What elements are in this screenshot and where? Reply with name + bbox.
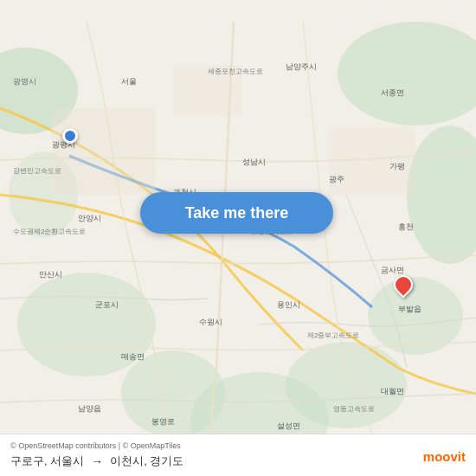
- take-me-there-button[interactable]: Take me there: [140, 192, 333, 234]
- arrow-icon: →: [91, 454, 103, 468]
- svg-text:서울: 서울: [121, 77, 137, 86]
- origin-label: 구로구, 서울시: [10, 453, 84, 469]
- svg-text:수도권제2순환고속도로: 수도권제2순환고속도로: [13, 228, 86, 235]
- origin-marker: [62, 128, 78, 144]
- svg-text:대월면: 대월면: [381, 387, 404, 396]
- svg-text:금사면: 금사면: [381, 266, 404, 274]
- svg-text:강변민고속도로: 강변민고속도로: [13, 167, 61, 175]
- moovit-logo: moovit: [423, 449, 466, 464]
- svg-point-5: [17, 273, 156, 376]
- svg-text:수원시: 수원시: [199, 318, 222, 326]
- svg-text:안산시: 안산시: [39, 270, 62, 279]
- svg-text:용인시: 용인시: [277, 300, 300, 309]
- destination-label: 이천시, 경기도: [110, 453, 183, 469]
- route-info: 구로구, 서울시 → 이천시, 경기도: [10, 453, 466, 469]
- svg-text:광명시: 광명시: [13, 77, 36, 86]
- svg-text:남양읍: 남양읍: [78, 404, 101, 413]
- svg-text:설성면: 설성면: [277, 421, 300, 430]
- svg-rect-10: [52, 108, 156, 195]
- moovit-brand-name: moovit: [423, 449, 466, 464]
- svg-text:군포시: 군포시: [95, 300, 119, 309]
- svg-text:제2중부고속도로: 제2중부고속도로: [307, 331, 359, 339]
- svg-text:가평: 가평: [389, 162, 405, 170]
- svg-text:안양시: 안양시: [78, 214, 101, 222]
- svg-text:서종면: 서종면: [381, 88, 404, 97]
- svg-text:광주: 광주: [329, 175, 344, 183]
- destination-marker: [394, 275, 413, 299]
- svg-text:홍천: 홍천: [398, 222, 414, 231]
- svg-text:부발읍: 부발읍: [398, 305, 421, 313]
- svg-rect-12: [329, 125, 415, 195]
- bottom-bar: © OpenStreetMap contributors | © OpenMap…: [0, 434, 476, 476]
- svg-text:영동고속도로: 영동고속도로: [333, 405, 375, 413]
- map-attribution: © OpenStreetMap contributors | © OpenMap…: [10, 441, 466, 450]
- svg-text:성남시: 성남시: [242, 158, 266, 166]
- map-container: 광명시 서울 남양주시 서종면 가평 홍천 부발읍 대월면 설성면 광평시 안양…: [0, 0, 476, 476]
- svg-text:봉영로: 봉영로: [151, 417, 175, 426]
- svg-text:매송면: 매송면: [121, 352, 145, 361]
- svg-text:세종포천고속도로: 세종포천고속도로: [208, 68, 263, 75]
- map-background: 광명시 서울 남양주시 서종면 가평 홍천 부발읍 대월면 설성면 광평시 안양…: [0, 0, 476, 476]
- svg-text:남양주시: 남양주시: [286, 62, 317, 71]
